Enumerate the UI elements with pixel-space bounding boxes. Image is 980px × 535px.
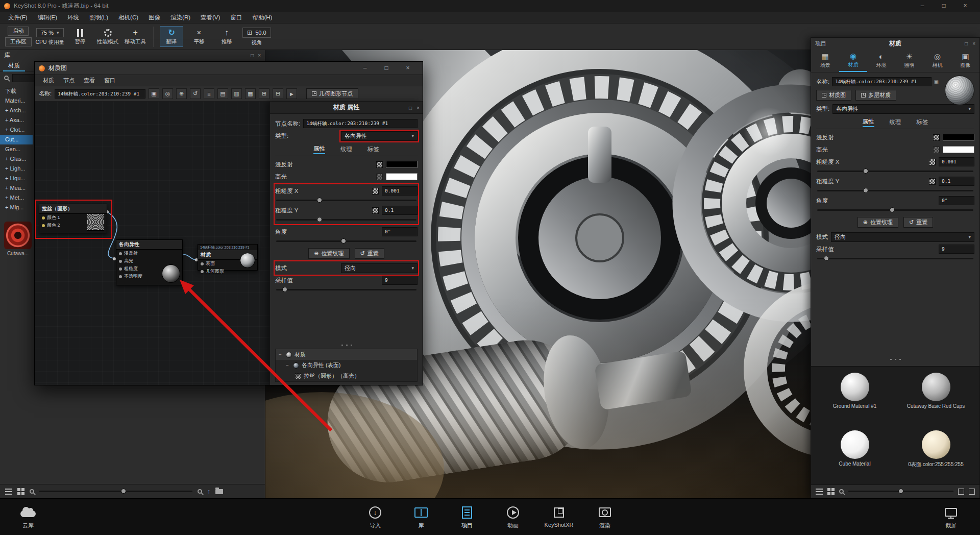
reset-button[interactable]: ↺ 重置: [355, 248, 384, 259]
material-thumb-cutaway-red-caps[interactable]: Cutaway Basic Red Caps: [895, 373, 976, 425]
material-thumb-ground[interactable]: Ground Material #1: [814, 373, 895, 425]
samples-field[interactable]: 9: [382, 276, 418, 285]
align-nodes-icon[interactable]: ►: [286, 88, 297, 99]
angle-field[interactable]: 0°: [939, 196, 974, 205]
material-thumb-cube[interactable]: Cube Material: [814, 430, 895, 484]
geometry-node-button[interactable]: 几何图形节点: [306, 88, 358, 99]
zoom-in-icon[interactable]: [198, 489, 202, 494]
multi-material-button[interactable]: 多层材质: [855, 90, 896, 101]
move-tool-button[interactable]: + 移动工具: [124, 27, 147, 46]
collapse-nodes-icon[interactable]: ⊟: [273, 88, 283, 99]
tab-properties[interactable]: 属性: [313, 145, 325, 154]
expander-icon[interactable]: −: [286, 362, 290, 368]
search-node-icon[interactable]: ◎: [162, 88, 173, 99]
project-close-icon[interactable]: ×: [972, 41, 975, 46]
thumbnails-large-icon[interactable]: ▦: [245, 88, 256, 99]
menu-view[interactable]: 查看(V): [195, 12, 225, 23]
minimize-button[interactable]: –: [354, 62, 376, 74]
graph-name-field[interactable]: 14蜗杆轴.color:203:210:239 #1: [55, 89, 145, 99]
roughness-y-knob[interactable]: [863, 188, 868, 193]
properties-titlebar[interactable]: 材质 属性 □ ×: [270, 102, 423, 114]
library-close-icon[interactable]: ×: [258, 53, 261, 58]
samples-knob[interactable]: [824, 256, 829, 261]
samples-knob[interactable]: [282, 287, 287, 292]
roughness-y-field[interactable]: 0.1: [939, 177, 974, 186]
menu-window[interactable]: 窗口: [225, 12, 247, 23]
angle-knob[interactable]: [341, 238, 346, 244]
start-button[interactable]: 启动: [8, 27, 29, 36]
tab-scene[interactable]: ▦ 场景: [811, 49, 839, 72]
tab-lighting[interactable]: ☀ 照明: [895, 49, 923, 72]
thumbnails-medium-icon[interactable]: ▥: [231, 88, 242, 99]
graph-menu-window[interactable]: 窗口: [100, 77, 119, 84]
thumb-size-slider[interactable]: [848, 491, 953, 492]
roughness-y-slider[interactable]: [276, 219, 416, 221]
samples-field[interactable]: 9: [939, 245, 974, 254]
fov-field[interactable]: ⊞ 50.0: [242, 28, 271, 38]
roughness-x-slider[interactable]: [276, 200, 416, 201]
roughness-y-texture-icon[interactable]: [372, 207, 379, 214]
roughness-x-field[interactable]: 0.001: [939, 157, 974, 166]
expander-icon[interactable]: −: [279, 352, 283, 357]
type-dropdown[interactable]: 各向异性 ▾: [832, 104, 974, 114]
roughness-x-texture-icon[interactable]: [929, 159, 936, 165]
roughness-x-slider[interactable]: [817, 171, 973, 172]
tab-camera[interactable]: ◎ 相机: [923, 49, 951, 72]
library-dock-icon[interactable]: □: [251, 53, 254, 58]
cpu-usage-dropdown[interactable]: 75 % ▾: [36, 28, 64, 37]
mode-dropdown[interactable]: 径向 ▾: [831, 232, 974, 242]
node-anisotropic[interactable]: 各向异性 漫反射 高光 粗糙度 不透明度: [116, 239, 183, 285]
diffuse-color-swatch[interactable]: [943, 134, 974, 141]
tree-row-anisotropic[interactable]: − 各向异性 (表面): [276, 360, 417, 371]
specular-color-swatch[interactable]: [386, 173, 418, 180]
save-material-icon[interactable]: ▣: [934, 79, 939, 85]
angle-field[interactable]: 0°: [382, 227, 418, 236]
menu-file[interactable]: 文件(F): [3, 12, 33, 23]
settings-icon[interactable]: ≡: [204, 88, 214, 99]
mode-dropdown[interactable]: 径向 ▾: [341, 263, 418, 273]
graph-menu-view[interactable]: 查看: [80, 77, 99, 84]
library-zoom-slider[interactable]: [39, 491, 192, 492]
menu-environment[interactable]: 环境: [62, 12, 84, 23]
minimize-button[interactable]: –: [912, 0, 933, 12]
samples-slider[interactable]: [817, 258, 973, 259]
zoom-icon[interactable]: [839, 489, 844, 494]
diffuse-color-swatch[interactable]: [386, 161, 418, 168]
tab-textures[interactable]: 纹理: [340, 145, 352, 153]
roughness-y-knob[interactable]: [317, 217, 322, 222]
node-name-field[interactable]: 14蜗杆轴.color:203:210:239 #1: [303, 119, 418, 128]
roughness-y-texture-icon[interactable]: [929, 178, 936, 185]
menu-camera[interactable]: 相机(C): [113, 12, 143, 23]
angle-slider[interactable]: [817, 209, 973, 211]
position-texture-button[interactable]: ⊕ 位置纹理: [308, 248, 349, 259]
angle-slider[interactable]: [276, 240, 416, 242]
material-graph-button[interactable]: 材质图: [816, 90, 851, 101]
samples-slider[interactable]: [276, 289, 416, 290]
roughness-x-knob[interactable]: [863, 168, 868, 174]
material-preview-ball[interactable]: [945, 76, 974, 105]
add-node-icon[interactable]: ⊕: [176, 88, 187, 99]
menu-help[interactable]: 帮助(H): [247, 12, 277, 23]
import-button[interactable]: ↓ 导入: [357, 505, 393, 529]
tab-environment[interactable]: ◐ 环境: [867, 49, 895, 72]
library-zoom-knob[interactable]: [121, 489, 126, 494]
graph-menu-node[interactable]: 节点: [59, 77, 79, 84]
library-tree-item-selected[interactable]: Cut...: [0, 135, 33, 144]
close-icon[interactable]: ×: [416, 105, 420, 111]
panel-resize-handle[interactable]: [889, 357, 902, 362]
zoom-out-icon[interactable]: [30, 489, 34, 494]
type-dropdown[interactable]: 各向异性 ▾: [341, 131, 418, 141]
tree-row-material[interactable]: − 材质: [276, 349, 417, 360]
project-dock-icon[interactable]: □: [965, 41, 968, 46]
upload-icon[interactable]: ↑: [207, 488, 210, 495]
dolly-button[interactable]: ↑ 推移: [215, 27, 238, 46]
specular-color-swatch[interactable]: [943, 146, 974, 153]
roughness-x-texture-icon[interactable]: [372, 188, 379, 194]
grid-view-icon[interactable]: [17, 488, 24, 495]
tumble-button[interactable]: ↻ 翻译: [160, 26, 183, 46]
tab-textures[interactable]: 纹理: [890, 118, 901, 126]
screenshot-button[interactable]: 截屏: [933, 505, 969, 529]
close-button[interactable]: ×: [954, 0, 976, 12]
library-tab-materials[interactable]: 材质: [3, 61, 25, 71]
position-texture-button[interactable]: ⊕ 位置纹理: [857, 217, 898, 228]
